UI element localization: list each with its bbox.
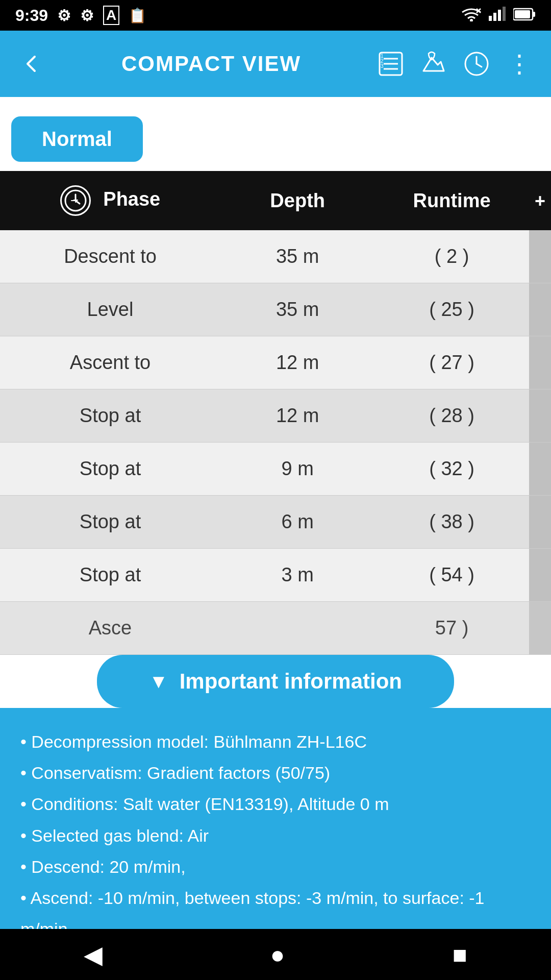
chart-button[interactable] — [417, 47, 450, 80]
add-cell — [529, 389, 551, 443]
runtime-cell: ( 38 ) — [374, 496, 529, 549]
clock-button[interactable] — [460, 47, 493, 80]
table-row: Stop at 12 m ( 28 ) — [0, 389, 551, 443]
list-view-button[interactable]: 1 2 3 — [374, 47, 407, 80]
svg-rect-9 — [515, 10, 530, 18]
svg-point-0 — [470, 19, 473, 21]
top-bar: COMPACT VIEW 1 2 3 ⋮ — [0, 31, 551, 97]
phase-cell: Asce — [0, 602, 220, 655]
depth-cell: 35 m — [220, 283, 374, 336]
status-bar-right — [461, 6, 536, 25]
important-info-label: Important information — [180, 669, 402, 694]
settings2-icon: ⚙ — [80, 7, 94, 24]
triangle-icon: ▼ — [149, 671, 168, 693]
signal-icon — [489, 6, 506, 25]
page-title: COMPACT VIEW — [58, 52, 364, 76]
nav-home-button[interactable]: ● — [270, 941, 285, 969]
svg-rect-6 — [503, 7, 506, 21]
important-info-banner-container: ▼ Important information — [0, 650, 551, 708]
runtime-cell: ( 54 ) — [374, 549, 529, 602]
battery-icon — [513, 6, 536, 25]
nav-back-button[interactable]: ◀ — [84, 940, 103, 969]
add-cell — [529, 283, 551, 336]
table-row: Asce 57 ) — [0, 602, 551, 655]
add-cell — [529, 230, 551, 283]
status-bar-left: 9:39 ⚙ ⚙ A 📋 — [15, 6, 146, 25]
phase-cell: Level — [0, 283, 220, 336]
status-bar: 9:39 ⚙ ⚙ A 📋 — [0, 0, 551, 31]
table-row: Level 35 m ( 25 ) — [0, 283, 551, 336]
font-icon: A — [103, 6, 119, 25]
add-header: + — [529, 171, 551, 230]
svg-rect-5 — [498, 10, 501, 21]
depth-cell: 9 m — [220, 443, 374, 496]
add-cell — [529, 443, 551, 496]
table-row: Stop at 6 m ( 38 ) — [0, 496, 551, 549]
depth-cell: 12 m — [220, 336, 374, 389]
table-header-row: + Phase Depth Runtime + — [0, 171, 551, 230]
depth-cell: 12 m — [220, 389, 374, 443]
runtime-cell: ( 32 ) — [374, 443, 529, 496]
add-cell — [529, 496, 551, 549]
runtime-cell: 57 ) — [374, 602, 529, 655]
depth-cell: 3 m — [220, 549, 374, 602]
time-display: 9:39 — [15, 6, 48, 25]
depth-cell: 6 m — [220, 496, 374, 549]
tab-section: Normal — [0, 97, 551, 171]
svg-rect-8 — [533, 12, 535, 17]
svg-text:+: + — [73, 195, 79, 205]
normal-tab[interactable]: Normal — [11, 116, 143, 162]
svg-rect-4 — [493, 13, 496, 21]
runtime-cell: ( 2 ) — [374, 230, 529, 283]
depth-cell — [220, 602, 374, 655]
phase-header: + Phase — [0, 171, 220, 230]
runtime-header: Runtime — [374, 171, 529, 230]
phase-cell: Stop at — [0, 389, 220, 443]
phase-cell: Ascent to — [0, 336, 220, 389]
info-panel-text: • Decompression model: Bühlmann ZH-L16C•… — [20, 726, 531, 945]
runtime-cell: ( 27 ) — [374, 336, 529, 389]
svg-text:3: 3 — [381, 63, 384, 69]
more-options-button[interactable]: ⋮ — [503, 47, 536, 80]
add-cell — [529, 602, 551, 655]
phase-cell: Descent to — [0, 230, 220, 283]
nav-recent-button[interactable]: ■ — [453, 941, 467, 969]
table-row: Stop at 3 m ( 54 ) — [0, 549, 551, 602]
svg-line-19 — [477, 64, 482, 67]
table-row: Stop at 9 m ( 32 ) — [0, 443, 551, 496]
add-cell — [529, 336, 551, 389]
phase-header-icon: + — [60, 185, 91, 216]
phase-cell: Stop at — [0, 549, 220, 602]
table-row: Descent to 35 m ( 2 ) — [0, 230, 551, 283]
bottom-nav: ◀ ● ■ — [0, 929, 551, 980]
add-cell — [529, 549, 551, 602]
clipboard-icon: 📋 — [129, 7, 146, 24]
phase-cell: Stop at — [0, 496, 220, 549]
runtime-cell: ( 25 ) — [374, 283, 529, 336]
important-info-banner[interactable]: ▼ Important information — [97, 655, 454, 708]
svg-rect-3 — [489, 16, 492, 21]
phase-header-label: Phase — [103, 188, 160, 210]
phase-cell: Stop at — [0, 443, 220, 496]
depth-cell: 35 m — [220, 230, 374, 283]
runtime-cell: ( 28 ) — [374, 389, 529, 443]
back-button[interactable] — [15, 47, 48, 80]
settings-icon: ⚙ — [57, 7, 71, 24]
wifi-icon — [461, 6, 482, 25]
dive-table: + Phase Depth Runtime + Descent to 35 m … — [0, 171, 551, 655]
table-row: Ascent to 12 m ( 27 ) — [0, 336, 551, 389]
depth-header: Depth — [220, 171, 374, 230]
